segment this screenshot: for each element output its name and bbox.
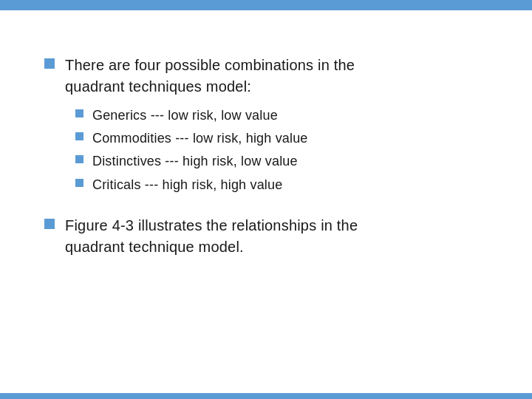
main-bullet-2-line1: Figure 4-3 illustrates the relationships… bbox=[65, 217, 358, 233]
main-bullet-2-text: Figure 4-3 illustrates the relationships… bbox=[65, 215, 358, 258]
sub-bullet-square-1 bbox=[75, 109, 83, 117]
sub-bullet-criticals-text: Criticals --- high risk, high value bbox=[92, 176, 282, 194]
bottom-bar bbox=[0, 393, 532, 399]
sub-bullet-distinctives-text: Distinctives --- high risk, low value bbox=[92, 152, 298, 171]
main-content: There are four possible combinations in … bbox=[0, 10, 532, 393]
bullet-square-2 bbox=[44, 219, 55, 229]
sub-bullet-commodities: Commodities --- low risk, high value bbox=[75, 129, 488, 148]
main-bullet-2: Figure 4-3 illustrates the relationships… bbox=[44, 215, 488, 258]
bullet-section-1: There are four possible combinations in … bbox=[44, 55, 488, 194]
bullet-section-2: Figure 4-3 illustrates the relationships… bbox=[44, 215, 488, 258]
sub-bullet-generics: Generics --- low risk, low value bbox=[75, 106, 488, 125]
sub-bullets-1: Generics --- low risk, low value Commodi… bbox=[75, 106, 488, 194]
bullet-square-1 bbox=[44, 58, 55, 69]
sub-bullet-square-3 bbox=[75, 155, 83, 163]
main-bullet-1-line2: quadrant techniques model: bbox=[65, 78, 251, 95]
sub-bullet-commodities-text: Commodities --- low risk, high value bbox=[92, 129, 308, 148]
main-bullet-2-line2: quadrant technique model. bbox=[65, 239, 244, 255]
sub-bullet-square-4 bbox=[75, 179, 83, 187]
sub-bullet-criticals: Criticals --- high risk, high value bbox=[75, 176, 488, 194]
sub-bullet-distinctives: Distinctives --- high risk, low value bbox=[75, 152, 488, 171]
top-bar bbox=[0, 0, 532, 10]
main-bullet-1: There are four possible combinations in … bbox=[44, 55, 488, 98]
main-bullet-1-line1: There are four possible combinations in … bbox=[65, 57, 355, 73]
main-bullet-1-text: There are four possible combinations in … bbox=[65, 55, 355, 98]
sub-bullet-square-2 bbox=[75, 132, 83, 140]
sub-bullet-generics-text: Generics --- low risk, low value bbox=[92, 106, 278, 125]
